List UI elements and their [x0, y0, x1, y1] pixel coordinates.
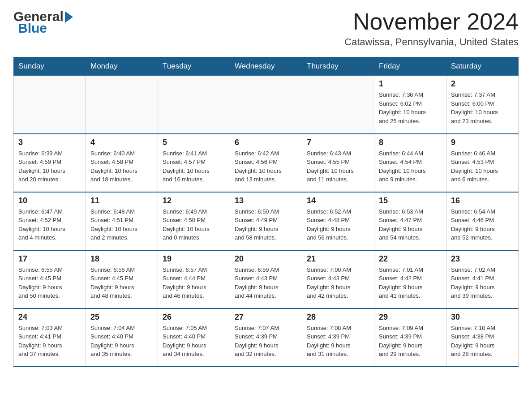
calendar-cell: 1Sunrise: 7:36 AM Sunset: 6:02 PM Daylig… [374, 76, 446, 134]
day-info: Sunrise: 7:08 AM Sunset: 4:39 PM Dayligh… [307, 324, 369, 359]
day-info: Sunrise: 6:44 AM Sunset: 4:54 PM Dayligh… [379, 149, 442, 184]
day-number: 24 [18, 313, 81, 322]
week-row-3: 10Sunrise: 6:47 AM Sunset: 4:52 PM Dayli… [14, 192, 519, 250]
day-number: 1 [379, 79, 442, 89]
week-row-4: 17Sunrise: 6:55 AM Sunset: 4:45 PM Dayli… [14, 250, 519, 308]
day-number: 30 [451, 313, 514, 322]
title-area: November 2024 Catawissa, Pennsylvania, U… [344, 9, 519, 48]
calendar-cell: 12Sunrise: 6:49 AM Sunset: 4:50 PM Dayli… [158, 192, 230, 250]
day-number: 5 [163, 138, 225, 147]
calendar-cell [14, 76, 86, 134]
week-row-2: 3Sunrise: 6:39 AM Sunset: 4:59 PM Daylig… [14, 134, 519, 192]
header-day-sunday: Sunday [14, 57, 86, 76]
header-day-wednesday: Wednesday [230, 57, 302, 76]
day-number: 9 [451, 138, 514, 147]
calendar-table: SundayMondayTuesdayWednesdayThursdayFrid… [13, 57, 519, 367]
header-day-saturday: Saturday [446, 57, 519, 76]
header-day-monday: Monday [86, 57, 158, 76]
day-number: 10 [18, 196, 81, 206]
day-info: Sunrise: 7:36 AM Sunset: 6:02 PM Dayligh… [379, 90, 442, 125]
day-number: 19 [163, 254, 225, 264]
day-info: Sunrise: 7:10 AM Sunset: 4:38 PM Dayligh… [451, 324, 514, 359]
day-info: Sunrise: 6:40 AM Sunset: 4:58 PM Dayligh… [90, 149, 153, 184]
day-number: 29 [379, 313, 442, 322]
day-info: Sunrise: 6:52 AM Sunset: 4:48 PM Dayligh… [307, 207, 369, 242]
day-number: 16 [451, 196, 514, 206]
day-info: Sunrise: 6:57 AM Sunset: 4:44 PM Dayligh… [163, 265, 225, 300]
day-number: 13 [235, 196, 297, 206]
day-info: Sunrise: 6:46 AM Sunset: 4:53 PM Dayligh… [451, 149, 514, 184]
calendar-cell: 30Sunrise: 7:10 AM Sunset: 4:38 PM Dayli… [446, 308, 519, 367]
day-number: 7 [307, 138, 369, 147]
day-number: 2 [451, 79, 514, 89]
day-info: Sunrise: 7:37 AM Sunset: 6:00 PM Dayligh… [451, 90, 514, 125]
day-number: 23 [451, 254, 514, 264]
calendar-cell: 4Sunrise: 6:40 AM Sunset: 4:58 PM Daylig… [86, 134, 158, 192]
day-number: 18 [90, 254, 153, 264]
day-number: 11 [90, 196, 153, 206]
month-title: November 2024 [344, 9, 519, 34]
calendar-cell: 24Sunrise: 7:03 AM Sunset: 4:41 PM Dayli… [14, 308, 86, 367]
calendar-cell: 10Sunrise: 6:47 AM Sunset: 4:52 PM Dayli… [14, 192, 86, 250]
calendar-cell [230, 76, 302, 134]
calendar-cell: 7Sunrise: 6:43 AM Sunset: 4:55 PM Daylig… [302, 134, 374, 192]
calendar-cell: 8Sunrise: 6:44 AM Sunset: 4:54 PM Daylig… [374, 134, 446, 192]
day-info: Sunrise: 7:03 AM Sunset: 4:41 PM Dayligh… [18, 324, 81, 359]
day-number: 3 [18, 138, 81, 147]
logo-blue-text: Blue [18, 21, 47, 36]
day-info: Sunrise: 7:02 AM Sunset: 4:41 PM Dayligh… [451, 265, 514, 300]
header-day-tuesday: Tuesday [158, 57, 230, 76]
day-info: Sunrise: 6:43 AM Sunset: 4:55 PM Dayligh… [307, 149, 369, 184]
calendar-cell: 26Sunrise: 7:05 AM Sunset: 4:40 PM Dayli… [158, 308, 230, 367]
day-number: 17 [18, 254, 81, 264]
week-row-5: 24Sunrise: 7:03 AM Sunset: 4:41 PM Dayli… [14, 308, 519, 367]
day-info: Sunrise: 6:48 AM Sunset: 4:51 PM Dayligh… [90, 207, 153, 242]
day-info: Sunrise: 6:39 AM Sunset: 4:59 PM Dayligh… [18, 149, 81, 184]
calendar-cell: 15Sunrise: 6:53 AM Sunset: 4:47 PM Dayli… [374, 192, 446, 250]
day-info: Sunrise: 6:49 AM Sunset: 4:50 PM Dayligh… [163, 207, 225, 242]
day-number: 22 [379, 254, 442, 264]
day-number: 12 [163, 196, 225, 206]
calendar-cell: 28Sunrise: 7:08 AM Sunset: 4:39 PM Dayli… [302, 308, 374, 367]
calendar-cell: 6Sunrise: 6:42 AM Sunset: 4:56 PM Daylig… [230, 134, 302, 192]
day-number: 4 [90, 138, 153, 147]
header-day-thursday: Thursday [302, 57, 374, 76]
day-info: Sunrise: 6:53 AM Sunset: 4:47 PM Dayligh… [379, 207, 442, 242]
header: General Blue November 2024 Catawissa, Pe… [13, 9, 519, 48]
day-info: Sunrise: 6:50 AM Sunset: 4:49 PM Dayligh… [235, 207, 297, 242]
calendar-cell [158, 76, 230, 134]
day-number: 15 [379, 196, 442, 206]
day-info: Sunrise: 6:56 AM Sunset: 4:45 PM Dayligh… [90, 265, 153, 300]
calendar-cell: 27Sunrise: 7:07 AM Sunset: 4:39 PM Dayli… [230, 308, 302, 367]
day-number: 21 [307, 254, 369, 264]
day-number: 26 [163, 313, 225, 322]
calendar-cell: 17Sunrise: 6:55 AM Sunset: 4:45 PM Dayli… [14, 250, 86, 308]
calendar-cell: 20Sunrise: 6:59 AM Sunset: 4:43 PM Dayli… [230, 250, 302, 308]
day-info: Sunrise: 6:42 AM Sunset: 4:56 PM Dayligh… [235, 149, 297, 184]
day-number: 27 [235, 313, 297, 322]
calendar-cell: 29Sunrise: 7:09 AM Sunset: 4:39 PM Dayli… [374, 308, 446, 367]
day-info: Sunrise: 7:01 AM Sunset: 4:42 PM Dayligh… [379, 265, 442, 300]
day-number: 28 [307, 313, 369, 322]
calendar-header: SundayMondayTuesdayWednesdayThursdayFrid… [14, 57, 519, 76]
location-title: Catawissa, Pennsylvania, United States [344, 36, 519, 48]
day-number: 14 [307, 196, 369, 206]
calendar-cell: 13Sunrise: 6:50 AM Sunset: 4:49 PM Dayli… [230, 192, 302, 250]
calendar-cell: 21Sunrise: 7:00 AM Sunset: 4:43 PM Dayli… [302, 250, 374, 308]
day-info: Sunrise: 6:59 AM Sunset: 4:43 PM Dayligh… [235, 265, 297, 300]
day-info: Sunrise: 7:00 AM Sunset: 4:43 PM Dayligh… [307, 265, 369, 300]
day-number: 6 [235, 138, 297, 147]
header-day-friday: Friday [374, 57, 446, 76]
calendar-cell: 5Sunrise: 6:41 AM Sunset: 4:57 PM Daylig… [158, 134, 230, 192]
calendar-cell: 16Sunrise: 6:54 AM Sunset: 4:46 PM Dayli… [446, 192, 519, 250]
calendar-cell: 19Sunrise: 6:57 AM Sunset: 4:44 PM Dayli… [158, 250, 230, 308]
day-info: Sunrise: 6:47 AM Sunset: 4:52 PM Dayligh… [18, 207, 81, 242]
day-info: Sunrise: 6:54 AM Sunset: 4:46 PM Dayligh… [451, 207, 514, 242]
calendar-cell: 14Sunrise: 6:52 AM Sunset: 4:48 PM Dayli… [302, 192, 374, 250]
calendar-cell: 11Sunrise: 6:48 AM Sunset: 4:51 PM Dayli… [86, 192, 158, 250]
day-info: Sunrise: 6:55 AM Sunset: 4:45 PM Dayligh… [18, 265, 81, 300]
header-row: SundayMondayTuesdayWednesdayThursdayFrid… [14, 57, 519, 76]
calendar-cell [86, 76, 158, 134]
calendar-cell: 9Sunrise: 6:46 AM Sunset: 4:53 PM Daylig… [446, 134, 519, 192]
day-info: Sunrise: 7:09 AM Sunset: 4:39 PM Dayligh… [379, 324, 442, 359]
